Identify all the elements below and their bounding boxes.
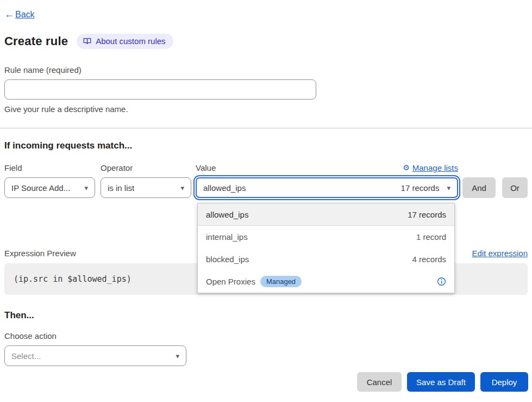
create-rule-page: ←Back Create rule About custom rules Rul… [0, 0, 532, 402]
back-row: ←Back [4, 9, 528, 20]
dropdown-item-open-proxies[interactable]: Open Proxies Managed [198, 270, 454, 293]
cancel-button[interactable]: Cancel [357, 372, 402, 392]
list-name: internal_ips [206, 232, 248, 242]
and-button[interactable]: And [462, 177, 496, 198]
chevron-down-icon: ▾ [180, 184, 184, 192]
rule-name-label: Rule name (required) [4, 65, 528, 75]
chevron-down-icon: ▾ [84, 184, 88, 192]
footer-actions: Cancel Save as Draft Deploy [357, 372, 528, 392]
manage-lists-label: Manage lists [412, 163, 458, 172]
page-title: Create rule [4, 34, 68, 48]
about-custom-rules-link[interactable]: About custom rules [77, 34, 173, 49]
operator-label: Operator [101, 163, 133, 172]
value-column: Value ⚙ Manage lists allowed_ips 17 reco… [196, 163, 458, 198]
field-label: Field [4, 163, 22, 172]
operator-select[interactable]: is in list ▾ [101, 177, 191, 198]
value-select[interactable]: allowed_ips 17 records ▾ [196, 177, 458, 198]
list-name: Open Proxies [206, 277, 255, 286]
list-records: 17 records [408, 210, 446, 219]
value-select-wrap: allowed_ips 17 records ▾ allowed_ips 17 … [196, 177, 458, 198]
rule-name-input[interactable] [4, 79, 316, 100]
title-row: Create rule About custom rules [4, 34, 528, 49]
field-select[interactable]: IP Source Add... ▾ [4, 177, 95, 198]
gear-icon: ⚙ [403, 163, 410, 172]
managed-badge: Managed [260, 276, 302, 287]
rule-name-group: Rule name (required) Give your rule a de… [4, 65, 528, 114]
choose-action-label: Choose action [4, 331, 528, 341]
operator-column: Operator is in list ▾ [101, 163, 191, 198]
about-custom-rules-label: About custom rules [96, 36, 165, 46]
manage-lists-link[interactable]: ⚙ Manage lists [403, 163, 458, 172]
value-label: Value [196, 163, 216, 172]
list-records: 4 records [412, 255, 446, 264]
value-dropdown-panel: allowed_ips 17 records internal_ips 1 re… [197, 203, 455, 293]
and-or-buttons: And Or [462, 177, 528, 198]
list-name: blocked_ips [206, 255, 249, 264]
condition-row: Field IP Source Add... ▾ Operator is in … [4, 163, 528, 198]
operator-select-value: is in list [108, 183, 134, 193]
back-link[interactable]: ←Back [4, 9, 35, 20]
edit-expression-link[interactable]: Edit expression [472, 249, 528, 258]
then-section-heading: Then... [4, 310, 528, 321]
section-divider [0, 128, 532, 128]
chevron-down-icon: ▾ [176, 352, 179, 360]
list-name: allowed_ips [206, 210, 248, 219]
back-link-label: Back [15, 10, 35, 20]
dropdown-item-internal-ips[interactable]: internal_ips 1 record [198, 226, 454, 248]
info-icon[interactable] [437, 277, 446, 286]
action-select[interactable]: Select... ▾ [4, 345, 186, 366]
dropdown-item-allowed-ips[interactable]: allowed_ips 17 records [198, 203, 454, 226]
list-records: 1 record [416, 232, 446, 242]
deploy-button[interactable]: Deploy [480, 372, 528, 392]
expression-preview-label: Expression Preview [4, 249, 76, 258]
save-as-draft-button[interactable]: Save as Draft [407, 372, 475, 392]
dropdown-item-blocked-ips[interactable]: blocked_ips 4 records [198, 248, 454, 270]
or-button[interactable]: Or [502, 177, 528, 198]
back-arrow-icon: ← [4, 9, 14, 20]
action-select-placeholder: Select... [11, 351, 41, 361]
value-select-records: 17 records [401, 183, 440, 193]
expression-code: (ip.src in $allowed_ips) [14, 274, 132, 284]
field-select-value: IP Source Add... [11, 183, 70, 193]
book-icon [83, 37, 91, 45]
field-column: Field IP Source Add... ▾ [4, 163, 95, 198]
match-section-heading: If incoming requests match... [4, 140, 528, 151]
chevron-down-icon: ▾ [447, 184, 450, 192]
value-select-value: allowed_ips [203, 183, 246, 193]
rule-name-helper: Give your rule a descriptive name. [4, 104, 528, 114]
